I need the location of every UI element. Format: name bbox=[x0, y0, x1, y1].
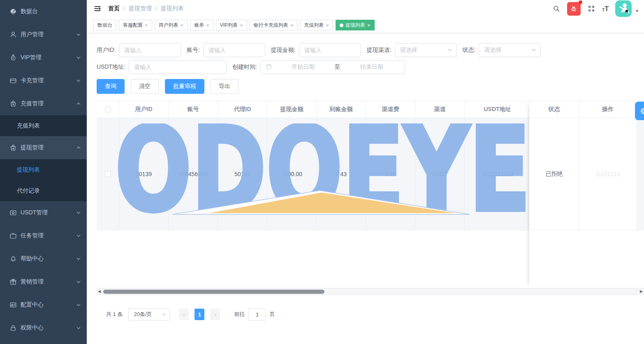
active-tab-dot bbox=[340, 23, 343, 27]
sidebar-item-recharge-list[interactable]: 充值列表 bbox=[0, 115, 87, 136]
bag-down-icon bbox=[9, 144, 17, 151]
sidebar-item-label: 权限中心 bbox=[21, 324, 76, 332]
help-icon bbox=[9, 255, 17, 263]
prev-page-button[interactable]: ‹ bbox=[179, 309, 189, 320]
close-icon[interactable]: × bbox=[326, 23, 329, 28]
gear-icon bbox=[639, 107, 644, 116]
chevron-down-icon bbox=[162, 312, 166, 317]
goto-page-input[interactable] bbox=[248, 308, 266, 321]
fixed-row: 已拒绝 11121212 bbox=[529, 118, 636, 230]
account-input[interactable] bbox=[203, 43, 265, 57]
fullscreen-icon[interactable] bbox=[587, 5, 595, 13]
scroll-left-arrow[interactable]: ◀ bbox=[98, 289, 101, 293]
close-icon[interactable]: × bbox=[181, 23, 184, 28]
fixed-header: 状态 操作 bbox=[529, 101, 636, 118]
col-arrival: 到账金额 bbox=[317, 101, 366, 118]
col-status: 状态 bbox=[529, 101, 579, 118]
sidebar-item-payment-records[interactable]: 代付记录 bbox=[0, 180, 87, 201]
sidebar-item-withdraw-list[interactable]: 提现列表 bbox=[0, 159, 87, 180]
start-date-placeholder[interactable]: 开始日期 bbox=[275, 63, 331, 71]
breadcrumb-home[interactable]: 首页 bbox=[108, 5, 120, 12]
scroll-right-arrow[interactable]: ▶ bbox=[640, 289, 643, 293]
main-area: 首页 / 提现管理 / 提现列表 TT bbox=[87, 0, 644, 344]
select-all-checkbox[interactable] bbox=[105, 107, 111, 112]
sidebar-item-label: 用户管理 bbox=[21, 31, 76, 38]
bug-icon bbox=[570, 5, 577, 12]
close-icon[interactable]: × bbox=[206, 23, 209, 28]
hamburger-icon[interactable] bbox=[93, 5, 102, 13]
sidebar-item-label: 数据台 bbox=[21, 8, 81, 15]
channel-select[interactable]: 请选择 bbox=[395, 43, 457, 57]
sidebar-item-label: 提现管理 bbox=[21, 144, 76, 151]
export-button[interactable]: 导出 bbox=[211, 79, 239, 94]
query-button[interactable]: 查询 bbox=[97, 79, 125, 94]
sidebar-item-card-recharge[interactable]: 卡充管理 bbox=[0, 69, 87, 92]
withdraw-table: 用户ID 账号 代理ID 提现金额 到账金额 渠道费 渠道 USDT地址 501… bbox=[97, 101, 644, 295]
font-size-icon[interactable]: TT bbox=[602, 5, 609, 12]
sidebar-item-settings[interactable]: 配置中心 bbox=[0, 293, 87, 316]
calendar-icon bbox=[266, 63, 272, 71]
close-icon[interactable]: × bbox=[145, 23, 148, 28]
col-actions: 操作 bbox=[579, 101, 636, 118]
cell-fee: 0.00 bbox=[366, 118, 415, 230]
chevron-down-icon bbox=[76, 302, 81, 307]
vip-icon bbox=[9, 54, 17, 61]
chevron-down-icon bbox=[76, 55, 81, 60]
col-channel: 渠道 bbox=[415, 101, 465, 118]
tab-withdraw-list[interactable]: 提现列表 × bbox=[336, 20, 375, 30]
sidebar-item-label: 营销管理 bbox=[21, 278, 76, 286]
chevron-down-icon[interactable]: ▾ bbox=[636, 4, 638, 14]
sidebar-item-usdt[interactable]: USDT管理 bbox=[0, 201, 87, 224]
tab-bills[interactable]: 账单 × bbox=[190, 20, 213, 30]
page-1-button[interactable]: 1 bbox=[195, 309, 204, 320]
status-select[interactable]: 请选择 bbox=[479, 43, 541, 57]
chevron-up-icon bbox=[76, 145, 81, 150]
user-id-input[interactable] bbox=[119, 43, 181, 57]
sidebar-item-vip[interactable]: VIP管理 bbox=[0, 46, 87, 69]
sidebar-item-help[interactable]: 帮助中心 bbox=[0, 247, 87, 270]
sidebar-item-label: VIP管理 bbox=[21, 54, 76, 61]
user-icon bbox=[9, 31, 17, 38]
tab-recharge-list[interactable]: 充值列表 × bbox=[300, 20, 333, 30]
search-icon[interactable] bbox=[552, 5, 561, 13]
sidebar-item-users[interactable]: 用户管理 bbox=[0, 23, 87, 46]
next-page-button[interactable]: › bbox=[210, 309, 220, 320]
tab-user-list[interactable]: 用户列表 × bbox=[155, 20, 188, 30]
scrollbar-thumb[interactable] bbox=[103, 290, 324, 294]
tab-dashboard[interactable]: 数据台 bbox=[93, 20, 116, 30]
sidebar-item-label: 帮助中心 bbox=[21, 255, 76, 263]
usdt-address-input[interactable] bbox=[129, 60, 227, 74]
sidebar-item-dashboard[interactable]: 数据台 bbox=[0, 0, 87, 23]
sidebar-item-permissions[interactable]: 权限中心 bbox=[0, 316, 87, 339]
config-icon bbox=[9, 301, 17, 309]
avatar[interactable] bbox=[615, 0, 632, 17]
dashboard-icon bbox=[9, 8, 17, 15]
tab-bankcard-recharge-list[interactable]: 银行卡充值列表 × bbox=[250, 20, 298, 30]
row-checkbox[interactable] bbox=[105, 171, 111, 177]
end-date-placeholder[interactable]: 结束日期 bbox=[343, 63, 400, 71]
tab-customer-service[interactable]: 客服配置 × bbox=[119, 20, 152, 30]
close-icon[interactable]: × bbox=[290, 23, 294, 28]
batch-audit-button[interactable]: 批量审核 bbox=[165, 79, 204, 94]
sidebar-item-label: 配置中心 bbox=[21, 301, 76, 309]
sidebar-item-marketing[interactable]: 营销管理 bbox=[0, 270, 87, 293]
sidebar-item-recharge[interactable]: 充值管理 bbox=[0, 92, 87, 115]
date-range-picker[interactable]: 开始日期 至 结束日期 bbox=[260, 60, 405, 74]
tab-vip-list[interactable]: VIP列表 × bbox=[216, 20, 247, 30]
chevron-down-icon bbox=[447, 47, 452, 53]
close-icon[interactable]: × bbox=[367, 23, 371, 28]
clear-button[interactable]: 清空 bbox=[131, 79, 159, 94]
row-select-cell bbox=[97, 118, 119, 230]
sidebar-item-tasks[interactable]: 任务管理 bbox=[0, 224, 87, 247]
horizontal-scrollbar[interactable]: ◀ ▶ bbox=[97, 288, 644, 295]
close-icon[interactable]: × bbox=[240, 23, 243, 28]
col-fee: 渠道费 bbox=[366, 101, 415, 118]
sidebar-item-withdraw[interactable]: 提现管理 bbox=[0, 136, 87, 159]
column-settings-button[interactable] bbox=[635, 102, 644, 120]
bug-button[interactable] bbox=[567, 2, 581, 16]
chevron-down-icon bbox=[76, 78, 81, 83]
cell-user-id: 50139 bbox=[119, 118, 169, 230]
sidebar-item-label: 任务管理 bbox=[21, 232, 76, 239]
page-size-select[interactable]: 20条/页 bbox=[128, 308, 170, 321]
amount-input[interactable] bbox=[299, 43, 361, 57]
